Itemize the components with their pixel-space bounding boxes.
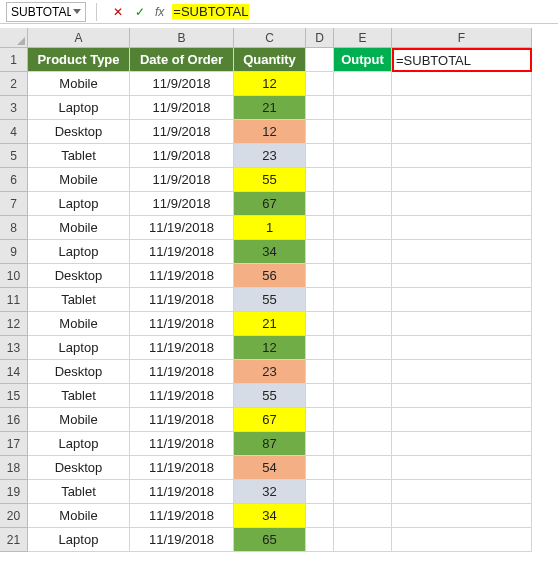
cell-C18[interactable]: 54	[234, 456, 306, 480]
cell-C4[interactable]: 12	[234, 120, 306, 144]
select-all-corner[interactable]	[0, 28, 28, 48]
cell-A3[interactable]: Laptop	[28, 96, 130, 120]
cell-D9[interactable]	[306, 240, 334, 264]
cell-F10[interactable]	[392, 264, 532, 288]
row-head-2[interactable]: 2	[0, 72, 28, 96]
cell-C6[interactable]: 55	[234, 168, 306, 192]
cell-F18[interactable]	[392, 456, 532, 480]
cell-C7[interactable]: 67	[234, 192, 306, 216]
cell-E20[interactable]	[334, 504, 392, 528]
cell-C14[interactable]: 23	[234, 360, 306, 384]
active-cell-F1[interactable]: =SUBTOTAL fx SUBTOTAL	[392, 48, 532, 72]
cell-C15[interactable]: 55	[234, 384, 306, 408]
cell-B6[interactable]: 11/9/2018	[130, 168, 234, 192]
cell-A7[interactable]: Laptop	[28, 192, 130, 216]
cell-B11[interactable]: 11/19/2018	[130, 288, 234, 312]
cell-B18[interactable]: 11/19/2018	[130, 456, 234, 480]
cell-F20[interactable]	[392, 504, 532, 528]
cell-D2[interactable]	[306, 72, 334, 96]
cell-D14[interactable]	[306, 360, 334, 384]
cell-A18[interactable]: Desktop	[28, 456, 130, 480]
formula-input[interactable]: =SUBTOTAL	[168, 2, 558, 22]
cell-B2[interactable]: 11/9/2018	[130, 72, 234, 96]
cell-F5[interactable]	[392, 144, 532, 168]
row-head-16[interactable]: 16	[0, 408, 28, 432]
col-head-A[interactable]: A	[28, 28, 130, 48]
cell-B14[interactable]: 11/19/2018	[130, 360, 234, 384]
cell-E19[interactable]	[334, 480, 392, 504]
cell-A2[interactable]: Mobile	[28, 72, 130, 96]
row-head-8[interactable]: 8	[0, 216, 28, 240]
output-cell[interactable]: Output	[334, 48, 392, 72]
row-head-11[interactable]: 11	[0, 288, 28, 312]
cell-C17[interactable]: 87	[234, 432, 306, 456]
cell-C8[interactable]: 1	[234, 216, 306, 240]
name-box[interactable]	[6, 2, 86, 22]
cell-D10[interactable]	[306, 264, 334, 288]
cell-A12[interactable]: Mobile	[28, 312, 130, 336]
cell-A10[interactable]: Desktop	[28, 264, 130, 288]
cell-A14[interactable]: Desktop	[28, 360, 130, 384]
header-quantity[interactable]: Quantity	[234, 48, 306, 72]
cell-B19[interactable]: 11/19/2018	[130, 480, 234, 504]
cell-F7[interactable]	[392, 192, 532, 216]
row-head-15[interactable]: 15	[0, 384, 28, 408]
cell-A5[interactable]: Tablet	[28, 144, 130, 168]
cell-E13[interactable]	[334, 336, 392, 360]
cell-D17[interactable]	[306, 432, 334, 456]
cell-B9[interactable]: 11/19/2018	[130, 240, 234, 264]
col-head-D[interactable]: D	[306, 28, 334, 48]
cell-C3[interactable]: 21	[234, 96, 306, 120]
cell-A11[interactable]: Tablet	[28, 288, 130, 312]
cell-C19[interactable]: 32	[234, 480, 306, 504]
cell-B12[interactable]: 11/19/2018	[130, 312, 234, 336]
cell-E10[interactable]	[334, 264, 392, 288]
cell-C2[interactable]: 12	[234, 72, 306, 96]
cell-A9[interactable]: Laptop	[28, 240, 130, 264]
col-head-C[interactable]: C	[234, 28, 306, 48]
row-head-9[interactable]: 9	[0, 240, 28, 264]
cell-E18[interactable]	[334, 456, 392, 480]
cell-D12[interactable]	[306, 312, 334, 336]
cell-B4[interactable]: 11/9/2018	[130, 120, 234, 144]
cell-E15[interactable]	[334, 384, 392, 408]
row-head-14[interactable]: 14	[0, 360, 28, 384]
cell-F3[interactable]	[392, 96, 532, 120]
cell-D13[interactable]	[306, 336, 334, 360]
cell-A21[interactable]: Laptop	[28, 528, 130, 552]
cell-E12[interactable]	[334, 312, 392, 336]
row-head-6[interactable]: 6	[0, 168, 28, 192]
cell-B13[interactable]: 11/19/2018	[130, 336, 234, 360]
row-head-13[interactable]: 13	[0, 336, 28, 360]
cell-C20[interactable]: 34	[234, 504, 306, 528]
cell-F2[interactable]	[392, 72, 532, 96]
row-head-21[interactable]: 21	[0, 528, 28, 552]
cell-D16[interactable]	[306, 408, 334, 432]
cell-B16[interactable]: 11/19/2018	[130, 408, 234, 432]
cell-B5[interactable]: 11/9/2018	[130, 144, 234, 168]
cell-F19[interactable]	[392, 480, 532, 504]
chevron-down-icon[interactable]	[73, 9, 81, 14]
cell-A20[interactable]: Mobile	[28, 504, 130, 528]
cancel-icon[interactable]: ✕	[110, 4, 126, 20]
cell-F14[interactable]	[392, 360, 532, 384]
fx-icon[interactable]: fx	[155, 5, 164, 19]
cell-E6[interactable]	[334, 168, 392, 192]
cell-D19[interactable]	[306, 480, 334, 504]
cell-C9[interactable]: 34	[234, 240, 306, 264]
cell-B3[interactable]: 11/9/2018	[130, 96, 234, 120]
cell-F21[interactable]	[392, 528, 532, 552]
row-head-3[interactable]: 3	[0, 96, 28, 120]
cell-C13[interactable]: 12	[234, 336, 306, 360]
cell-E9[interactable]	[334, 240, 392, 264]
cell-F13[interactable]	[392, 336, 532, 360]
col-head-E[interactable]: E	[334, 28, 392, 48]
cell-E21[interactable]	[334, 528, 392, 552]
cell-B15[interactable]: 11/19/2018	[130, 384, 234, 408]
cell-D1[interactable]	[306, 48, 334, 72]
cell-B21[interactable]: 11/19/2018	[130, 528, 234, 552]
cell-C21[interactable]: 65	[234, 528, 306, 552]
enter-icon[interactable]: ✓	[132, 4, 148, 20]
header-product-type[interactable]: Product Type	[28, 48, 130, 72]
cell-A17[interactable]: Laptop	[28, 432, 130, 456]
